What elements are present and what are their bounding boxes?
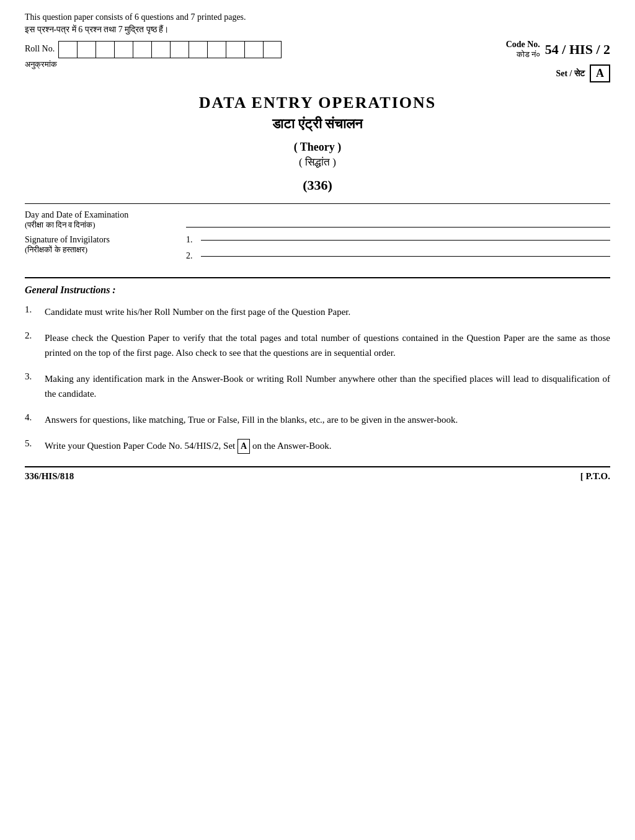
instruction-item-1: 1. Candidate must write his/her Roll Num…: [25, 304, 610, 319]
set-row: Set / सेट A: [506, 64, 610, 82]
roll-box-6: [151, 41, 170, 58]
sig-dots-1: [201, 240, 610, 241]
theory-label: ( Theory ): [25, 141, 610, 154]
sig-dots-2: [201, 256, 610, 257]
roll-box-3: [95, 41, 114, 58]
inst-num-3: 3.: [25, 371, 45, 382]
roll-boxes: [58, 41, 282, 58]
roll-box-12: [263, 41, 282, 58]
line1-text: This question paper consists of 6 questi…: [25, 12, 610, 22]
roll-box-7: [170, 41, 189, 58]
inst-num-4: 4.: [25, 412, 45, 423]
footer-left-bold: 818: [60, 471, 74, 481]
footer-left-normal: 336/HIS/: [25, 471, 60, 481]
roll-no-label-row: Roll No.: [25, 40, 282, 58]
inst-text-5: Write your Question Paper Code No. 54/HI…: [45, 438, 610, 454]
footer-left: 336/HIS/818: [25, 471, 74, 482]
day-date-label: Day and Date of Examination: [25, 210, 186, 220]
day-date-label-col: Day and Date of Examination (परीक्षा का …: [25, 210, 186, 230]
sig-entry-2: 2.: [186, 251, 610, 261]
roll-box-11: [244, 41, 263, 58]
footer-row: 336/HIS/818 [ P.T.O.: [25, 466, 610, 482]
inst-5-set-box: A: [238, 439, 250, 454]
code-section: Code No. कोड नं० 54 / HIS / 2 Set / सेट …: [506, 40, 610, 82]
roll-no-section: Roll No. अनुक्रमांक: [25, 40, 282, 69]
instruction-list: 1. Candidate must write his/her Roll Num…: [25, 304, 610, 454]
instruction-item-4: 4. Answers for questions, like matching,…: [25, 412, 610, 427]
main-title: DATA ENTRY OPERATIONS: [25, 94, 610, 112]
header-section: DATA ENTRY OPERATIONS डाटा एंट्री संचालन…: [25, 94, 610, 193]
general-instructions: General Instructions : 1. Candidate must…: [25, 277, 610, 454]
roll-box-10: [226, 41, 244, 58]
roll-box-2: [77, 41, 95, 58]
document-container: This question paper consists of 6 questi…: [25, 12, 610, 482]
sig-num-1: 1.: [186, 235, 196, 245]
instruction-item-5: 5. Write your Question Paper Code No. 54…: [25, 438, 610, 454]
roll-code-row: Roll No. अनुक्रमांक: [25, 40, 610, 82]
code-label-en: Code No.: [506, 40, 540, 50]
code-no-row: Code No. कोड नं० 54 / HIS / 2: [506, 40, 610, 60]
inst-num-2: 2.: [25, 330, 45, 341]
instruction-item-2: 2. Please check the Question Paper to ve…: [25, 330, 610, 360]
code-value: 54 / HIS / 2: [545, 42, 610, 58]
code-label-hi: कोड नं०: [506, 50, 540, 60]
inst-5-text-after: on the Answer-Book.: [252, 441, 332, 451]
roll-box-5: [133, 41, 151, 58]
roll-box-4: [114, 41, 133, 58]
paper-code: (336): [25, 177, 610, 193]
instruction-item-3: 3. Making any identification mark in the…: [25, 371, 610, 401]
inst-text-2: Please check the Question Paper to verif…: [45, 330, 610, 360]
inst-num-1: 1.: [25, 304, 45, 315]
inst-5-text-before: Write your Question Paper Code No. 54/HI…: [45, 441, 235, 451]
set-box: A: [590, 64, 610, 82]
roll-no-label: Roll No.: [25, 44, 55, 54]
set-label: Set / सेट: [556, 69, 585, 79]
roll-box-9: [207, 41, 226, 58]
theory-hindi: ( सिद्धांत ): [25, 156, 610, 169]
line2-hindi: इस प्रश्न-पत्र में 6 प्रश्न तथा 7 मुद्रि…: [25, 25, 610, 35]
sig-entry-1: 1.: [186, 235, 610, 245]
gen-inst-title: General Instructions :: [25, 285, 610, 296]
sig-label: Signature of Invigilators: [25, 235, 186, 245]
sig-hindi: (निरीक्षकों के हस्ताक्षर): [25, 245, 186, 255]
anukramank-label: अनुक्रमांक: [25, 60, 282, 69]
day-date-row: Day and Date of Examination (परीक्षा का …: [25, 210, 610, 230]
sig-entries: 1. 2.: [186, 235, 610, 267]
sig-num-2: 2.: [186, 251, 196, 261]
footer-right: [ P.T.O.: [580, 471, 610, 482]
inst-text-3: Making any identification mark in the An…: [45, 371, 610, 401]
hindi-title: डाटा एंट्री संचालन: [25, 116, 610, 132]
sig-label-col: Signature of Invigilators (निरीक्षकों के…: [25, 235, 186, 255]
day-date-dots: [186, 210, 610, 228]
inst-text-1: Candidate must write his/her Roll Number…: [45, 304, 610, 319]
inst-text-4: Answers for questions, like matching, Tr…: [45, 412, 610, 427]
roll-box-1: [58, 41, 77, 58]
roll-box-8: [189, 41, 207, 58]
inst-num-5: 5.: [25, 438, 45, 449]
code-labels: Code No. कोड नं०: [506, 40, 540, 60]
sig-row: Signature of Invigilators (निरीक्षकों के…: [25, 235, 610, 267]
exam-info-section: Day and Date of Examination (परीक्षा का …: [25, 203, 610, 267]
day-date-hindi: (परीक्षा का दिन व दिनांक): [25, 220, 186, 230]
